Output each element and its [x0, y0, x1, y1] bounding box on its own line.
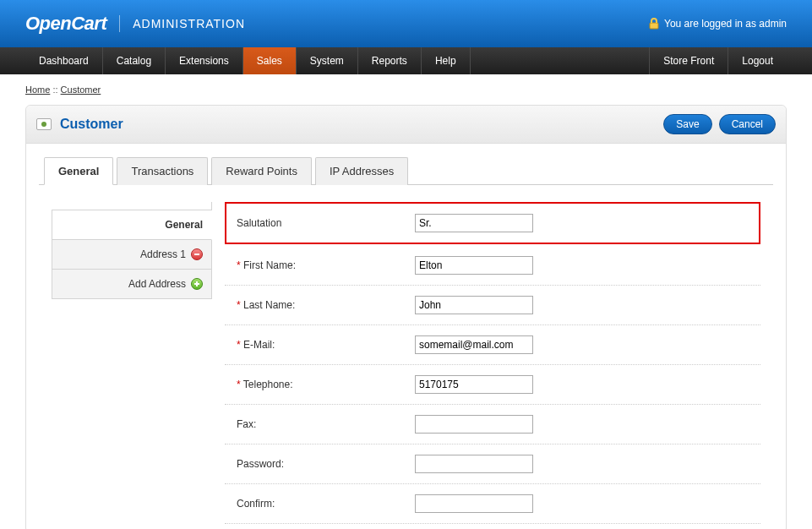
- page-title: Customer: [60, 117, 123, 132]
- add-icon[interactable]: [191, 278, 203, 290]
- row-telephone: * Telephone:: [225, 365, 760, 405]
- breadcrumb: Home :: Customer: [25, 74, 787, 105]
- logo-separator: [119, 15, 120, 32]
- header-left: OpenCart ADMINISTRATION: [25, 13, 245, 35]
- row-first-name: * First Name:: [225, 246, 760, 286]
- label-password: Password:: [233, 458, 415, 470]
- tabs: General Transactions Reward Points IP Ad…: [39, 156, 773, 185]
- header-subtitle: ADMINISTRATION: [133, 17, 245, 30]
- breadcrumb-home[interactable]: Home: [25, 85, 50, 95]
- label-confirm-text: Confirm:: [237, 498, 275, 510]
- vtab-address-1[interactable]: Address 1: [52, 240, 212, 270]
- label-last-name: * Last Name:: [233, 299, 415, 311]
- fax-field[interactable]: [415, 415, 533, 434]
- box-buttons: Save Cancel: [663, 114, 776, 134]
- last-name-field[interactable]: [415, 296, 533, 314]
- nav-catalog[interactable]: Catalog: [103, 47, 166, 74]
- password-field[interactable]: [415, 455, 533, 473]
- salutation-field[interactable]: [415, 214, 533, 232]
- required-star: *: [237, 379, 241, 390]
- label-confirm: Confirm:: [233, 498, 415, 510]
- vtab-add-address[interactable]: Add Address: [52, 270, 212, 299]
- page: Home :: Customer Customer Save Cancel Ge…: [0, 74, 812, 529]
- row-salutation: Salutation: [225, 202, 760, 244]
- row-fax: Fax:: [225, 405, 760, 444]
- tab-general[interactable]: General: [44, 157, 113, 185]
- tabs-wrap: General Transactions Reward Points IP Ad…: [26, 144, 786, 529]
- cancel-button[interactable]: Cancel: [719, 114, 776, 134]
- main-nav: Dashboard Catalog Extensions Sales Syste…: [0, 47, 812, 74]
- label-first-name-text: First Name:: [243, 259, 296, 271]
- vtabs: General Address 1 Add Address: [52, 202, 212, 524]
- vtab-general[interactable]: General: [52, 210, 212, 240]
- nav-store-front[interactable]: Store Front: [649, 47, 728, 74]
- remove-icon[interactable]: [191, 248, 203, 260]
- header: OpenCart ADMINISTRATION You are logged i…: [0, 0, 812, 47]
- vtab-address-1-label: Address 1: [140, 248, 186, 260]
- label-email-text: E-Mail:: [243, 339, 275, 351]
- label-salutation: Salutation: [233, 217, 415, 229]
- nav-help[interactable]: Help: [422, 47, 471, 74]
- nav-dashboard[interactable]: Dashboard: [25, 47, 103, 74]
- tab-reward-points[interactable]: Reward Points: [211, 157, 312, 185]
- row-password: Password:: [225, 444, 760, 484]
- row-email: * E-Mail:: [225, 325, 760, 365]
- svg-rect-0: [650, 23, 658, 29]
- vtab-spacer: [52, 202, 212, 210]
- row-confirm: Confirm:: [225, 484, 760, 524]
- lock-icon: [649, 18, 659, 30]
- logged-in-text: You are logged in as admin: [664, 18, 787, 30]
- content-box: Customer Save Cancel General Transaction…: [25, 105, 787, 529]
- required-star: *: [237, 299, 241, 311]
- header-right: You are logged in as admin: [649, 18, 787, 30]
- tab-ip-addresses[interactable]: IP Addresses: [315, 157, 408, 185]
- nav-logout[interactable]: Logout: [728, 47, 787, 74]
- label-first-name: * First Name:: [233, 259, 415, 271]
- tab-transactions[interactable]: Transactions: [117, 157, 208, 185]
- email-field[interactable]: [415, 335, 533, 354]
- logo[interactable]: OpenCart: [25, 13, 106, 35]
- nav-extensions[interactable]: Extensions: [166, 47, 243, 74]
- inner-content: General Address 1 Add Address Salutat: [39, 185, 773, 529]
- label-telephone-text: Telephone:: [243, 379, 293, 390]
- nav-system[interactable]: System: [297, 47, 358, 74]
- box-title-wrap: Customer: [36, 117, 123, 132]
- label-salutation-text: Salutation: [237, 217, 281, 229]
- vtab-general-label: General: [165, 219, 203, 231]
- label-email: * E-Mail:: [233, 339, 415, 351]
- customer-icon: [36, 118, 52, 130]
- first-name-field[interactable]: [415, 256, 533, 275]
- label-fax-text: Fax:: [237, 418, 256, 430]
- breadcrumb-sep: ::: [52, 85, 57, 95]
- required-star: *: [237, 339, 241, 351]
- nav-right: Store Front Logout: [649, 47, 787, 74]
- label-password-text: Password:: [237, 458, 284, 470]
- required-star: *: [237, 259, 241, 271]
- label-fax: Fax:: [233, 418, 415, 430]
- label-last-name-text: Last Name:: [243, 299, 295, 311]
- telephone-field[interactable]: [415, 375, 533, 394]
- breadcrumb-current[interactable]: Customer: [61, 85, 101, 95]
- box-header: Customer Save Cancel: [26, 106, 786, 144]
- vtab-add-address-label: Add Address: [128, 278, 186, 290]
- nav-reports[interactable]: Reports: [358, 47, 422, 74]
- form-area: Salutation * First Name: *: [225, 202, 760, 524]
- row-last-name: * Last Name:: [225, 286, 760, 325]
- save-button[interactable]: Save: [663, 114, 711, 134]
- nav-sales[interactable]: Sales: [243, 47, 297, 74]
- confirm-field[interactable]: [415, 494, 533, 513]
- label-telephone: * Telephone:: [233, 379, 415, 390]
- nav-left: Dashboard Catalog Extensions Sales Syste…: [25, 47, 471, 74]
